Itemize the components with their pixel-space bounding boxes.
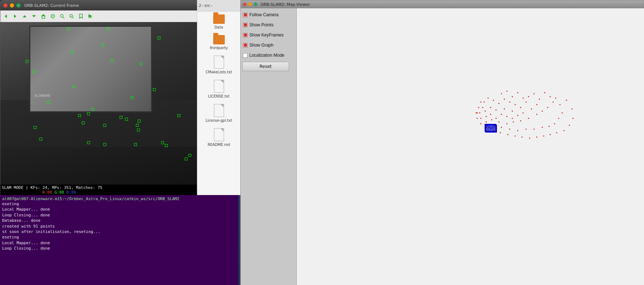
red-dot	[478, 107, 479, 108]
show-graph-item[interactable]: Show Graph	[242, 40, 295, 50]
cursor-button[interactable]	[86, 12, 94, 20]
show-points-label: Show Points	[249, 22, 274, 27]
folder-icon-data	[213, 14, 225, 24]
status-line1: SLAM MODE | KFs: 24, MPs: 351, Matches: …	[2, 185, 207, 190]
show-points-item[interactable]: Show Points	[242, 20, 295, 30]
red-dot	[506, 116, 507, 117]
red-dot	[539, 99, 540, 100]
terminal-panel: al007@al007-Alienware-m15:~/Orbbec_Astra…	[0, 195, 239, 285]
file-label-license-gpl: License-gpl.txt	[206, 118, 232, 122]
red-dot	[495, 109, 497, 111]
file-item-license-gpl[interactable]: License-gpl.txt	[197, 101, 240, 125]
map-area	[297, 8, 644, 285]
map-viewer-window: ORB-SLAM2: Map Viewer Follow Camera Show…	[240, 0, 644, 285]
red-dot	[542, 127, 543, 128]
map-viewer-title: ORB-SLAM2: Map Viewer	[261, 2, 310, 7]
up-button[interactable]	[21, 12, 29, 20]
svg-marker-14	[89, 14, 93, 18]
follow-camera-checkbox[interactable]	[243, 13, 248, 17]
feature-point	[188, 154, 191, 157]
file-label-cmakelists: CMakeLists.txt	[206, 70, 232, 74]
show-points-checkbox[interactable]	[243, 23, 248, 27]
file-item-readme[interactable]: README.md	[197, 125, 240, 150]
status-coords: (x=639, v=475) ~	[2, 190, 40, 195]
down-button[interactable]	[30, 12, 38, 20]
breadcrumb-item-2[interactable]: 2	[199, 3, 201, 8]
red-dot	[523, 112, 524, 113]
red-dot	[523, 98, 524, 99]
checkbox-check	[244, 23, 247, 26]
red-dot	[498, 121, 499, 122]
red-dot	[477, 118, 478, 119]
file-item-thirdparty[interactable]: thirdparty	[197, 32, 240, 53]
home-button[interactable]	[39, 12, 47, 20]
feature-point	[82, 121, 85, 124]
status-blue: B:88	[66, 190, 76, 195]
feature-point	[185, 157, 188, 160]
red-dot	[484, 102, 485, 103]
file-item-data[interactable]: Data	[197, 12, 240, 32]
show-keyframes-checkbox[interactable]	[243, 33, 248, 38]
red-dot	[490, 114, 491, 115]
feature-point	[32, 70, 35, 73]
file-label-license: LICENSE.txt	[208, 94, 229, 98]
minimize-button[interactable]	[10, 3, 14, 8]
close-button[interactable]	[3, 3, 8, 8]
reload-button[interactable]: ↺	[49, 12, 57, 20]
red-dot	[509, 129, 510, 130]
red-dot	[480, 123, 481, 124]
reset-button[interactable]: Reset	[242, 62, 289, 71]
red-dot	[571, 108, 572, 109]
red-dot	[491, 119, 492, 120]
red-dot	[504, 99, 505, 100]
red-dot	[476, 112, 477, 113]
red-dot	[520, 120, 521, 121]
follow-camera-item[interactable]: Follow Camera	[242, 10, 295, 20]
current-frame-title: ORB-SLAM2: Current Frame	[24, 3, 205, 8]
red-dot	[501, 114, 502, 115]
red-dot	[553, 102, 554, 103]
breadcrumb-item-src[interactable]: src	[204, 3, 210, 8]
red-dot	[507, 134, 508, 135]
file-icon-cmakelists	[214, 56, 224, 69]
search-small-button[interactable]	[58, 12, 66, 20]
red-dot	[528, 96, 529, 97]
feature-point	[120, 116, 123, 119]
red-dot	[515, 104, 516, 105]
svg-marker-13	[80, 14, 82, 18]
red-dot	[482, 107, 483, 108]
file-icon-license-gpl	[214, 104, 224, 117]
red-dot	[498, 103, 499, 104]
back-button[interactable]	[2, 12, 10, 20]
show-graph-label: Show Graph	[249, 43, 274, 48]
file-item-license[interactable]: LICENSE.txt	[197, 77, 240, 101]
maximize-button[interactable]	[16, 3, 21, 8]
breadcrumb-sep: ›	[202, 3, 203, 8]
map-close-button[interactable]	[243, 3, 246, 6]
breadcrumb-arrow: ›	[211, 3, 212, 8]
show-graph-checkbox[interactable]	[243, 43, 248, 48]
file-item-cmakelists[interactable]: CMakeLists.txt	[197, 53, 240, 77]
terminal-line: eseting	[2, 201, 236, 207]
forward-button[interactable]	[11, 12, 19, 20]
feature-point	[161, 141, 164, 144]
red-dot	[569, 125, 570, 126]
feature-point	[91, 108, 94, 111]
checkbox-check	[244, 34, 247, 36]
localization-mode-item[interactable]: Localization Mode	[242, 50, 295, 60]
red-dot	[493, 100, 494, 101]
file-manager-panel: 2 › src › Data thirdparty CMakeLists.txt…	[197, 0, 240, 195]
terminal-prompt: al007@al007-Alienware-m15:~/Orbbec_Astra…	[2, 197, 236, 201]
map-maximize-button[interactable]	[254, 3, 257, 6]
follow-camera-label: Follow Camera	[249, 12, 279, 17]
map-minimize-button[interactable]	[248, 3, 252, 6]
search-large-button[interactable]: +	[68, 12, 76, 20]
localization-mode-checkbox[interactable]	[243, 53, 248, 58]
red-dot	[544, 92, 545, 93]
show-keyframes-item[interactable]: Show KeyFrames	[242, 30, 295, 40]
red-dot	[515, 135, 516, 137]
folder-icon-thirdparty	[213, 35, 225, 44]
feature-point	[139, 62, 142, 65]
feature-point	[165, 144, 168, 147]
bookmark-button[interactable]	[77, 12, 85, 20]
